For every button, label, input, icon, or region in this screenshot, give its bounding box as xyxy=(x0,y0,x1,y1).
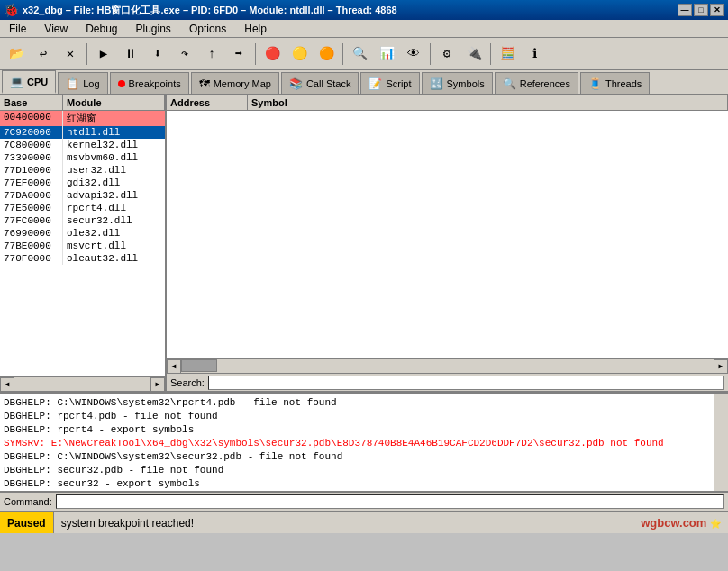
toolbar-hw-bp[interactable]: 🟡 xyxy=(287,41,312,67)
toolbar-mem-bp[interactable]: 🟠 xyxy=(314,41,339,67)
maximize-button[interactable]: □ xyxy=(694,4,708,16)
toolbar-trace[interactable]: 📊 xyxy=(374,41,399,67)
title-bar-left: 🐞 x32_dbg – File: HB窗口化工具.exe – PID: 6FD… xyxy=(4,3,397,17)
cell-module: secur32.dll xyxy=(63,214,165,227)
cell-module: ntdll.dll xyxy=(63,126,165,139)
log-line: DBGHELP: rpcrt4 - export symbols xyxy=(4,423,710,437)
toolbar-step-into[interactable]: ⬇ xyxy=(145,41,170,67)
toolbar-sep5 xyxy=(490,43,491,65)
title-bar-buttons: — □ ✕ xyxy=(678,4,724,16)
col-header-base: Base xyxy=(0,95,63,110)
right-hscroll[interactable]: ◀ ▶ xyxy=(167,358,728,373)
right-scroll-right[interactable]: ▶ xyxy=(714,359,728,374)
toolbar: 📂 ↩ ✕ ▶ ⏸ ⬇ ↷ ↑ ➡ 🔴 🟡 🟠 🔍 📊 👁 ⚙ 🔌 🧮 ℹ xyxy=(0,38,728,70)
search-bar: Search: xyxy=(167,373,728,391)
tab-references[interactable]: 🔍References xyxy=(495,72,578,94)
right-scroll-left[interactable]: ◀ xyxy=(167,359,181,374)
tab-call-stack[interactable]: 📚Call Stack xyxy=(281,72,359,94)
tab-bar: 💻CPU📋LogBreakpoints🗺Memory Map📚Call Stac… xyxy=(0,70,728,95)
close-button[interactable]: ✕ xyxy=(710,4,724,16)
toolbar-sep4 xyxy=(430,43,431,65)
module-row[interactable]: 77D10000user32.dll xyxy=(0,164,165,177)
left-scroll-right[interactable]: ▶ xyxy=(150,377,165,392)
cell-base: 7C800000 xyxy=(0,139,63,151)
menu-item-debug[interactable]: Debug xyxy=(80,21,123,37)
menu-bar: FileViewDebugPluginsOptionsHelp xyxy=(0,20,728,38)
col-header-address: Address xyxy=(167,95,248,110)
cell-module: kernel32.dll xyxy=(63,139,165,151)
minimize-button[interactable]: — xyxy=(678,4,692,16)
toolbar-about[interactable]: ℹ xyxy=(522,41,547,67)
log-line: DBGHELP: rpcrt4.pdb - file not found xyxy=(4,410,710,423)
tab-threads[interactable]: 🧵Threads xyxy=(580,72,650,94)
toolbar-run[interactable]: ▶ xyxy=(91,41,116,67)
cell-module: rpcrt4.dll xyxy=(63,202,165,214)
left-panel-header: Base Module xyxy=(0,95,165,111)
log-scrollbar[interactable] xyxy=(714,394,728,491)
left-scroll-left[interactable]: ◀ xyxy=(0,377,14,392)
tab-breakpoints[interactable]: Breakpoints xyxy=(110,72,189,94)
tab-icon-memory-map: 🗺 xyxy=(199,77,210,90)
toolbar-bp[interactable]: 🔴 xyxy=(259,41,285,67)
module-row[interactable]: 73390000msvbvm60.dll xyxy=(0,151,165,164)
toolbar-sep2 xyxy=(255,43,256,65)
menu-item-help[interactable]: Help xyxy=(239,21,272,37)
menu-item-view[interactable]: View xyxy=(39,21,73,37)
tab-memory-map[interactable]: 🗺Memory Map xyxy=(191,72,279,94)
command-input[interactable] xyxy=(56,494,724,509)
tab-symbols[interactable]: 🔣Symbols xyxy=(422,72,493,94)
module-row[interactable]: 7C800000kernel32.dll xyxy=(0,139,165,151)
app-icon: 🐞 xyxy=(4,3,19,17)
left-hscroll[interactable]: ◀ ▶ xyxy=(0,376,165,391)
toolbar-calc[interactable]: 🧮 xyxy=(495,41,520,67)
module-row[interactable]: 00400000红湖窗 xyxy=(0,111,165,126)
tab-log[interactable]: 📋Log xyxy=(58,72,107,94)
symbol-list xyxy=(167,111,728,358)
module-row[interactable]: 7C920000ntdll.dll xyxy=(0,126,165,139)
toolbar-settings[interactable]: ⚙ xyxy=(434,41,460,67)
status-watermark: wgbcw.com ⭐ xyxy=(633,516,728,530)
toolbar-plugins[interactable]: 🔌 xyxy=(461,41,487,67)
module-row[interactable]: 77BE0000msvcrt.dll xyxy=(0,240,165,252)
tab-icon-call-stack: 📚 xyxy=(289,77,303,90)
toolbar-watch[interactable]: 👁 xyxy=(401,41,426,67)
col-header-module: Module xyxy=(63,95,165,110)
tab-icon-script: 📝 xyxy=(369,77,382,90)
module-row[interactable]: 770F0000oleaut32.dll xyxy=(0,252,165,265)
watermark-text: wgbcw.com xyxy=(641,516,706,530)
module-row[interactable]: 77DA0000advapi32.dll xyxy=(0,189,165,202)
col-header-symbol: Symbol xyxy=(248,95,728,110)
title-bar: 🐞 x32_dbg – File: HB窗口化工具.exe – PID: 6FD… xyxy=(0,0,728,20)
menu-item-options[interactable]: Options xyxy=(184,21,232,37)
cell-base: 7C920000 xyxy=(0,126,63,139)
toolbar-pause[interactable]: ⏸ xyxy=(118,41,143,67)
upper-panel: Base Module 00400000红湖窗7C920000ntdll.dll… xyxy=(0,95,728,393)
tab-label-script: Script xyxy=(386,78,411,89)
left-scroll-track[interactable] xyxy=(14,377,150,391)
log-panel[interactable]: DBGHELP: C:\WINDOWS\system32\rpcrt4.pdb … xyxy=(0,393,728,492)
module-row[interactable]: 77FC0000secur32.dll xyxy=(0,214,165,227)
right-scroll-thumb[interactable] xyxy=(181,359,217,372)
module-list[interactable]: 00400000红湖窗7C920000ntdll.dll7C800000kern… xyxy=(0,111,165,376)
toolbar-open[interactable]: 📂 xyxy=(4,41,29,67)
log-line: SYMSRV: E:\NewCreakTool\x64_dbg\x32\symb… xyxy=(4,437,710,450)
toolbar-restart[interactable]: ↩ xyxy=(31,41,56,67)
status-paused-indicator: Paused xyxy=(0,512,54,533)
cell-module: gdi32.dll xyxy=(63,177,165,189)
toolbar-run-to[interactable]: ➡ xyxy=(226,41,251,67)
module-row[interactable]: 76990000ole32.dll xyxy=(0,227,165,240)
tab-cpu[interactable]: 💻CPU xyxy=(2,70,56,94)
menu-item-file[interactable]: File xyxy=(4,21,32,37)
module-row[interactable]: 77EF0000gdi32.dll xyxy=(0,177,165,189)
toolbar-refs[interactable]: 🔍 xyxy=(347,41,372,67)
tab-script[interactable]: 📝Script xyxy=(360,72,419,94)
right-scroll-track[interactable] xyxy=(181,359,714,373)
search-input[interactable] xyxy=(208,376,724,390)
toolbar-close[interactable]: ✕ xyxy=(58,41,83,67)
toolbar-step-out[interactable]: ↑ xyxy=(199,41,224,67)
menu-item-plugins[interactable]: Plugins xyxy=(131,21,177,37)
module-row[interactable]: 77E50000rpcrt4.dll xyxy=(0,202,165,214)
toolbar-step-over[interactable]: ↷ xyxy=(172,41,197,67)
toolbar-sep1 xyxy=(86,43,87,65)
tab-label-call-stack: Call Stack xyxy=(306,78,351,89)
